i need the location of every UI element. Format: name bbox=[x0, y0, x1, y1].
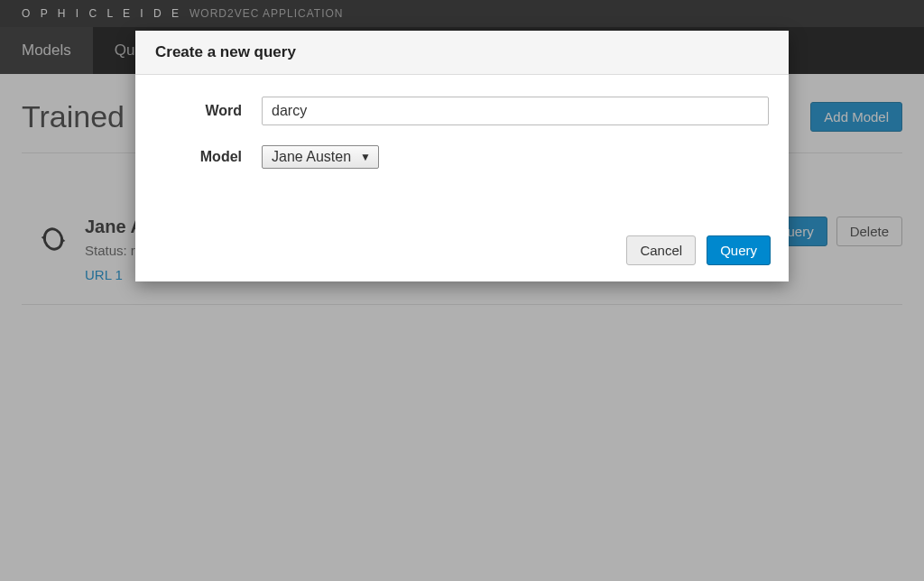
query-button[interactable]: Query bbox=[707, 235, 771, 265]
modal-title: Create a new query bbox=[155, 43, 769, 61]
chevron-down-icon: ▼ bbox=[360, 151, 371, 163]
model-select-label: Model bbox=[155, 149, 262, 165]
modal-footer: Cancel Query bbox=[135, 225, 789, 281]
word-label: Word bbox=[155, 103, 262, 119]
create-query-modal: Create a new query Word Model Jane Auste… bbox=[135, 31, 789, 281]
model-select[interactable]: Jane Austen ▼ bbox=[262, 145, 379, 169]
cancel-button[interactable]: Cancel bbox=[626, 235, 696, 265]
model-row: Model Jane Austen ▼ bbox=[155, 145, 769, 169]
model-select-value: Jane Austen bbox=[272, 149, 351, 165]
word-input[interactable] bbox=[262, 97, 769, 125]
modal-body: Word Model Jane Austen ▼ bbox=[135, 75, 789, 225]
word-row: Word bbox=[155, 97, 769, 125]
modal-header: Create a new query bbox=[135, 31, 789, 75]
